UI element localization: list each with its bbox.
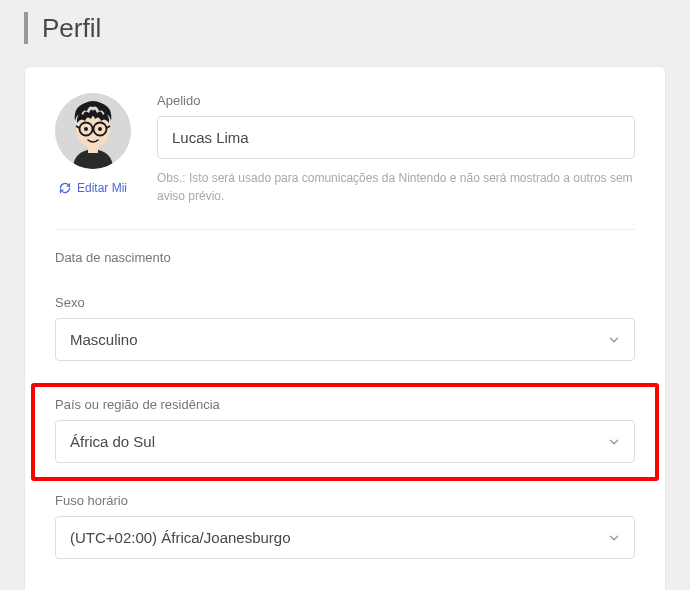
timezone-section: Fuso horário (UTC+02:00) África/Joanesbu… bbox=[55, 493, 635, 559]
gender-section: Sexo Masculino bbox=[55, 295, 635, 361]
timezone-label: Fuso horário bbox=[55, 493, 635, 508]
refresh-icon bbox=[59, 182, 71, 194]
country-select[interactable]: África do Sul bbox=[55, 420, 635, 463]
edit-mii-label: Editar Mii bbox=[77, 181, 127, 195]
svg-point-7 bbox=[84, 127, 88, 131]
edit-mii-link[interactable]: Editar Mii bbox=[59, 181, 127, 195]
nickname-label: Apelido bbox=[157, 93, 635, 108]
nickname-hint: Obs.: Isto será usado para comunicações … bbox=[157, 169, 635, 205]
country-select-wrap: África do Sul bbox=[55, 420, 635, 463]
timezone-select[interactable]: (UTC+02:00) África/Joanesburgo bbox=[55, 516, 635, 559]
timezone-select-wrap: (UTC+02:00) África/Joanesburgo bbox=[55, 516, 635, 559]
nickname-column: Apelido Obs.: Isto será usado para comun… bbox=[157, 93, 635, 205]
svg-rect-9 bbox=[88, 145, 98, 153]
dob-label: Data de nascimento bbox=[55, 250, 635, 265]
country-highlight: País ou região de residência África do S… bbox=[31, 383, 659, 481]
country-label: País ou região de residência bbox=[55, 397, 635, 412]
dob-section: Data de nascimento bbox=[55, 250, 635, 265]
gender-label: Sexo bbox=[55, 295, 635, 310]
top-section: Editar Mii Apelido Obs.: Isto será usado… bbox=[55, 93, 635, 230]
page-title: Perfil bbox=[42, 13, 101, 44]
gender-select[interactable]: Masculino bbox=[55, 318, 635, 361]
mii-avatar bbox=[55, 93, 131, 169]
page-header: Perfil bbox=[24, 12, 666, 44]
profile-card: Editar Mii Apelido Obs.: Isto será usado… bbox=[24, 66, 666, 590]
country-section: País ou região de residência África do S… bbox=[55, 397, 635, 463]
nickname-input[interactable] bbox=[157, 116, 635, 159]
svg-point-8 bbox=[98, 127, 102, 131]
title-accent-bar bbox=[24, 12, 28, 44]
avatar-column: Editar Mii bbox=[55, 93, 131, 205]
gender-select-wrap: Masculino bbox=[55, 318, 635, 361]
